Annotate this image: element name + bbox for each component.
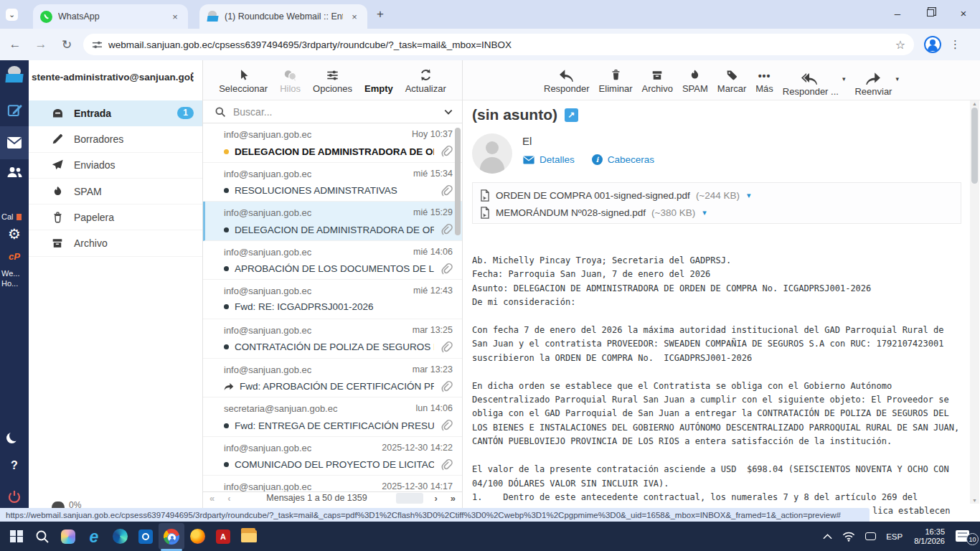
attachment-name[interactable]: ORDEN DE COMPRA 001-signed-signed.pdf: [496, 190, 690, 201]
list-toolbar: Seleccionar Hilos Opciones Empty: [203, 60, 462, 100]
language-indicator[interactable]: ESP: [881, 522, 908, 551]
start-button[interactable]: [4, 522, 29, 551]
archive-button[interactable]: Archivo: [642, 67, 673, 100]
headers-link[interactable]: i Cabeceras: [592, 154, 654, 165]
message-row[interactable]: info@sanjuan.gob.ecmié 12:43 Fwd: RE: IC…: [203, 280, 462, 319]
delete-button[interactable]: Eliminar: [599, 67, 633, 100]
close-tab-icon[interactable]: ×: [349, 11, 360, 22]
options-button[interactable]: Opciones: [313, 67, 352, 100]
account-header[interactable]: stente-administrativo@sanjuan.gob.ec ⋮: [29, 60, 202, 93]
browser-profile-avatar[interactable]: [924, 36, 941, 53]
bookmark-star-icon[interactable]: ☆: [895, 38, 905, 52]
taskbar-acrobat-button[interactable]: A: [210, 522, 236, 551]
dark-mode-button[interactable]: [0, 430, 29, 441]
address-bar[interactable]: webmail.sanjuan.gob.ec/cpsess6397494695/…: [83, 34, 914, 55]
webmail-home-link-2[interactable]: Ho...: [0, 278, 29, 288]
folder-archive[interactable]: Archivo: [29, 230, 202, 256]
next-page-button[interactable]: ›: [428, 493, 443, 504]
folder-drafts[interactable]: Borradores: [29, 126, 202, 152]
browser-menu-icon[interactable]: ⋮: [950, 38, 961, 51]
reload-button[interactable]: ↻: [56, 34, 77, 55]
taskbar-copilot-button[interactable]: [55, 522, 81, 551]
details-link[interactable]: Detalles: [523, 154, 575, 165]
folder-sent[interactable]: Enviados: [29, 153, 202, 179]
search-input[interactable]: [232, 105, 443, 118]
list-scrollbar-thumb[interactable]: [455, 128, 461, 235]
account-menu-icon[interactable]: ⋮: [187, 70, 198, 83]
taskbar-explorer-button[interactable]: [236, 522, 262, 551]
new-tab-button[interactable]: +: [373, 7, 387, 22]
message-row[interactable]: secretaria@sanjuan.gob.eclun 14:06 Fwd: …: [203, 397, 462, 437]
taskbar-ie-button[interactable]: e: [81, 522, 107, 551]
forward-button[interactable]: →: [30, 34, 52, 55]
webmail-home-link[interactable]: We...: [0, 268, 29, 278]
attachment-item[interactable]: ORDEN DE COMPRA 001-signed-signed.pdf (~…: [480, 187, 953, 204]
folder-spam[interactable]: SPAM: [29, 179, 202, 204]
reply-all-button[interactable]: Responder ...: [783, 70, 839, 97]
forward-button[interactable]: Reenviar: [854, 70, 892, 97]
page-input[interactable]: [396, 493, 423, 504]
minimize-button[interactable]: –: [881, 1, 914, 25]
threads-button[interactable]: Hilos: [280, 67, 301, 100]
message-row[interactable]: info@sanjuan.gob.ecHoy 10:37 DELEGACION …: [203, 123, 462, 163]
settings-nav-button[interactable]: ⚙: [0, 225, 29, 242]
tray-clock[interactable]: 16:35 8/1/2026: [908, 527, 951, 546]
message-row-selected[interactable]: info@sanjuan.gob.ecmié 15:29 DELEGACION …: [203, 202, 462, 241]
message-row[interactable]: info@sanjuan.gob.ecmar 13:23 Fwd: APROBA…: [203, 359, 462, 398]
last-page-button[interactable]: »: [444, 493, 462, 504]
more-button[interactable]: ••• Más: [755, 67, 773, 100]
close-tab-icon[interactable]: ×: [169, 11, 181, 22]
restore-button[interactable]: [914, 1, 947, 25]
message-row[interactable]: info@sanjuan.gob.ecmié 15:34 RESOLUCIONE…: [203, 163, 462, 202]
scroll-down-icon[interactable]: ▼: [972, 498, 977, 503]
tray-wifi-button[interactable]: [837, 522, 860, 551]
attachment-menu-caret-icon[interactable]: ▾: [702, 208, 707, 217]
taskbar-search-button[interactable]: [29, 522, 55, 551]
attachment-name[interactable]: MEMORÁNDUM Nº028-signed.pdf: [496, 207, 646, 218]
message-row[interactable]: info@sanjuan.gob.ec2025-12-30 14:17: [203, 476, 462, 491]
message-row[interactable]: info@sanjuan.gob.ecmié 14:06 APROBACIÓN …: [203, 241, 462, 281]
empty-button[interactable]: Empty: [364, 67, 393, 100]
folder-inbox[interactable]: Entrada 1: [29, 100, 202, 126]
prev-page-button[interactable]: ‹: [221, 493, 237, 504]
search-options-chevron-icon[interactable]: [443, 107, 453, 117]
reply-all-caret-icon[interactable]: ▾: [842, 75, 846, 83]
cpanel-link[interactable]: cP: [0, 251, 29, 262]
tray-display-button[interactable]: [860, 522, 881, 551]
help-button[interactable]: ?: [0, 459, 29, 472]
taskbar-edge-button[interactable]: [107, 522, 133, 551]
back-button[interactable]: ←: [4, 34, 26, 55]
forward-caret-icon[interactable]: ▾: [895, 75, 899, 83]
taskbar-outlook-button[interactable]: [133, 522, 159, 551]
notification-center-button[interactable]: 10: [951, 522, 980, 551]
tab-whatsapp[interactable]: WhatsApp ×: [33, 4, 188, 29]
calendar-nav-button[interactable]: Cal: [0, 211, 29, 222]
attachment-item[interactable]: MEMORÁNDUM Nº028-signed.pdf (~380 KB) ▾: [480, 204, 953, 221]
logout-button[interactable]: [0, 489, 29, 504]
viewer-scrollbar-thumb[interactable]: [971, 108, 978, 184]
taskbar-chrome-button[interactable]: [159, 522, 184, 551]
message-row[interactable]: info@sanjuan.gob.ec2025-12-30 14:22 COMU…: [203, 437, 462, 476]
first-page-button[interactable]: «: [203, 493, 221, 504]
close-window-button[interactable]: ×: [947, 1, 980, 25]
open-in-new-window-icon[interactable]: ↗: [565, 108, 578, 122]
contacts-nav-button[interactable]: [0, 165, 29, 179]
url-text[interactable]: webmail.sanjuan.gob.ec/cpsess6397494695/…: [108, 39, 895, 50]
select-button[interactable]: Seleccionar: [219, 67, 268, 100]
spam-button[interactable]: SPAM: [682, 67, 708, 100]
taskbar-firefox-button[interactable]: [184, 522, 210, 551]
compose-button[interactable]: [0, 102, 29, 118]
viewer-scrollbar[interactable]: ▲ ▼: [970, 100, 979, 504]
attachment-menu-caret-icon[interactable]: ▾: [747, 191, 751, 200]
site-settings-icon[interactable]: [92, 39, 103, 50]
message-row[interactable]: info@sanjuan.gob.ecmar 13:25 CONTRATACIÓ…: [203, 319, 462, 359]
tab-search-button[interactable]: ⌄: [6, 9, 18, 21]
tab-roundcube[interactable]: (1) Roundcube Webmail :: Entra ×: [199, 4, 367, 29]
mail-nav-button[interactable]: [0, 126, 29, 159]
reply-button[interactable]: Responder: [544, 67, 590, 100]
mark-button[interactable]: Marcar: [717, 67, 746, 100]
tray-expand-button[interactable]: [818, 522, 837, 551]
refresh-button[interactable]: Actualizar: [405, 67, 446, 100]
folder-trash[interactable]: Papelera: [29, 204, 202, 230]
scroll-up-icon[interactable]: ▲: [972, 101, 977, 106]
